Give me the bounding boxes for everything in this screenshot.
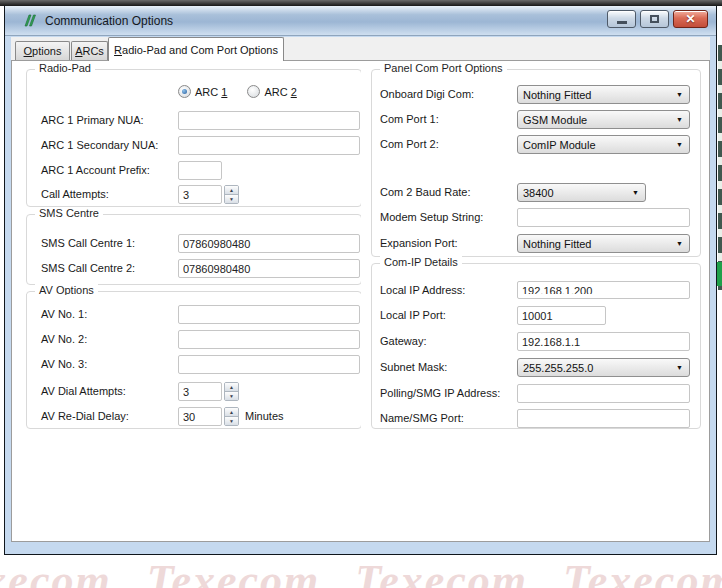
av-redial-delay-unit: Minutes	[245, 410, 284, 422]
av-dial-attempts-spinner: ▲ ▼	[178, 382, 239, 401]
av-no1-input[interactable]	[178, 305, 360, 324]
subnet-mask-label: Subnet Mask:	[380, 361, 447, 373]
chevron-down-icon: ▼	[676, 91, 683, 98]
sms-call-centre2-label: SMS Call Centre 2:	[41, 262, 135, 274]
av-no2-input[interactable]	[178, 330, 360, 349]
name-smg-port-label: Name/SMG Port:	[380, 412, 464, 424]
sms-call-centre2-input[interactable]	[178, 259, 360, 278]
av-options-group: AV Options AV No. 1: AV No. 2: AV No. 3:…	[26, 291, 361, 429]
polling-smg-ip-input[interactable]	[517, 384, 690, 403]
desktop-edge-artifact	[718, 45, 722, 290]
arc1-radio-label: ARC 1	[195, 86, 227, 98]
com-port2-dropdown[interactable]: ComIP Module ▼	[517, 135, 690, 154]
modem-setup-string-label: Modem Setup String:	[380, 211, 483, 223]
maximize-icon	[650, 15, 659, 23]
local-ip-port-label: Local IP Port:	[380, 309, 446, 321]
gateway-input[interactable]	[517, 332, 690, 351]
radio-pad-group: Radio-Pad ARC 1 ARC 2 ARC 1 Primary NUA:…	[26, 69, 361, 207]
arc-select-radio-row: ARC 1 ARC 2	[178, 85, 297, 98]
com-ip-details-group: Com-IP Details Local IP Address: Local I…	[371, 263, 701, 429]
window-title: Communication Options	[45, 14, 173, 28]
expansion-port-label: Expansion Port:	[380, 237, 458, 249]
call-attempts-input[interactable]	[178, 185, 222, 204]
group-title: Panel Com Port Options	[380, 62, 507, 74]
texecom-watermark: Texecom Texecom Texecom Texecom Texecom	[0, 555, 722, 588]
close-icon: ✕	[685, 12, 695, 26]
av-dial-attempts-input[interactable]	[178, 382, 222, 401]
arc1-secondary-nua-input[interactable]	[178, 136, 360, 155]
av-redial-delay-spinner: ▲ ▼	[178, 407, 239, 426]
arc1-secondary-nua-label: ARC 1 Secondary NUA:	[41, 139, 158, 151]
arc1-primary-nua-label: ARC 1 Primary NUA:	[41, 114, 144, 126]
onboard-digi-com-label: Onboard Digi Com:	[380, 88, 474, 100]
av-no3-label: AV No. 3:	[41, 358, 87, 370]
com-port1-label: Com Port 1:	[380, 113, 439, 125]
spin-up-button[interactable]: ▲	[225, 383, 238, 391]
call-attempts-label: Call Attempts:	[41, 188, 109, 200]
com-port1-dropdown[interactable]: GSM Module ▼	[517, 110, 690, 129]
local-ip-address-input[interactable]	[517, 281, 690, 299]
av-no1-label: AV No. 1:	[41, 308, 87, 320]
name-smg-port-input[interactable]	[517, 409, 690, 428]
arc1-account-prefix-label: ARC 1 Account Prefix:	[41, 164, 150, 176]
modem-setup-string-input[interactable]	[517, 208, 690, 227]
sms-centre-group: SMS Centre SMS Call Centre 1: SMS Call C…	[26, 214, 361, 285]
arc1-account-prefix-input[interactable]	[178, 161, 222, 180]
tab-page: Radio-Pad ARC 1 ARC 2 ARC 1 Primary NUA:…	[11, 60, 710, 542]
desktop-edge-artifact-green	[717, 262, 722, 286]
com2-baud-rate-dropdown[interactable]: 38400 ▼	[517, 183, 646, 202]
local-ip-port-input[interactable]	[517, 306, 606, 325]
arc2-radio[interactable]	[247, 85, 260, 98]
title-bar[interactable]: Communication Options ✕	[5, 6, 716, 36]
spin-down-button[interactable]: ▼	[225, 194, 238, 203]
av-redial-delay-label: AV Re-Dial Delay:	[41, 410, 129, 422]
chevron-down-icon: ▼	[676, 116, 683, 123]
group-title: SMS Centre	[35, 207, 103, 219]
call-attempts-spinner: ▲ ▼	[178, 185, 239, 204]
expansion-port-dropdown[interactable]: Nothing Fitted ▼	[517, 234, 690, 253]
maximize-button[interactable]	[640, 10, 669, 28]
spin-down-button[interactable]: ▼	[225, 416, 238, 425]
panel-com-port-options-group: Panel Com Port Options Onboard Digi Com:…	[371, 69, 701, 257]
spin-down-button[interactable]: ▼	[225, 391, 238, 400]
subnet-mask-dropdown[interactable]: 255.255.255.0 ▼	[517, 358, 690, 377]
chevron-down-icon: ▼	[632, 189, 639, 196]
arc1-primary-nua-input[interactable]	[178, 111, 360, 130]
chevron-down-icon: ▼	[676, 240, 683, 247]
polling-smg-ip-label: Polling/SMG IP Address:	[380, 387, 500, 399]
arc1-radio[interactable]	[178, 85, 191, 98]
dialog-client-area: Options ARCs Radio-Pad and Com Port Opti…	[11, 37, 710, 542]
com-port2-label: Com Port 2:	[380, 138, 439, 150]
com2-baud-rate-label: Com 2 Baud Rate:	[380, 186, 471, 198]
spin-up-button[interactable]: ▲	[225, 186, 238, 194]
group-title: Com-IP Details	[380, 256, 462, 268]
av-redial-delay-input[interactable]	[178, 407, 222, 426]
sms-call-centre1-input[interactable]	[178, 234, 360, 253]
spin-up-button[interactable]: ▲	[225, 408, 238, 416]
sms-call-centre1-label: SMS Call Centre 1:	[41, 237, 135, 249]
tab-radio-pad-and-com-port-options[interactable]: Radio-Pad and Com Port Options	[108, 37, 284, 61]
chevron-down-icon: ▼	[676, 141, 683, 148]
av-no2-label: AV No. 2:	[41, 333, 87, 345]
onboard-digi-com-dropdown[interactable]: Nothing Fitted ▼	[517, 85, 690, 104]
local-ip-address-label: Local IP Address:	[380, 284, 465, 295]
group-title: AV Options	[35, 284, 98, 295]
tab-options[interactable]: Options	[15, 41, 70, 60]
minimize-icon	[617, 21, 627, 24]
av-no3-input[interactable]	[178, 355, 360, 374]
av-dial-attempts-label: AV Dial Attempts:	[41, 385, 126, 397]
texecom-app-icon	[21, 13, 37, 29]
communication-options-window: Communication Options ✕ Options ARCs Rad…	[4, 6, 717, 555]
minimize-button[interactable]	[607, 10, 636, 28]
tab-arcs[interactable]: ARCs	[71, 41, 108, 60]
close-button[interactable]: ✕	[673, 10, 708, 28]
gateway-label: Gateway:	[380, 335, 426, 347]
group-title: Radio-Pad	[35, 62, 95, 74]
arc2-radio-label: ARC 2	[264, 86, 296, 98]
chevron-down-icon: ▼	[676, 364, 683, 371]
